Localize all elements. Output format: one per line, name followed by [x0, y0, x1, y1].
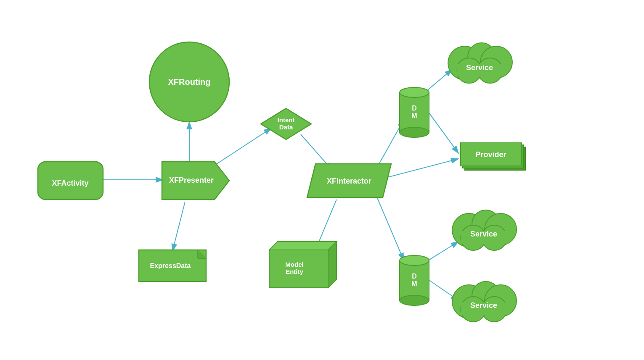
expressdata-label: ExpressData: [150, 262, 191, 269]
service2-node: Service: [452, 210, 517, 250]
model-entity-label2: Entity: [286, 268, 303, 275]
svg-point-30: [400, 127, 429, 137]
svg-point-42: [400, 295, 429, 305]
xfactivity-label: XFActivity: [52, 179, 88, 187]
xfpresenter-node: XFPresenter: [162, 162, 229, 200]
service3-node: Service: [452, 281, 517, 322]
dm2-node: D M: [400, 255, 429, 305]
dm2-label2: M: [411, 280, 417, 287]
xfinteractor-node: XFInteractor: [307, 164, 391, 197]
xfpresenter-label: XFPresenter: [169, 176, 214, 184]
provider-label: Provider: [475, 150, 506, 159]
model-entity-node: Model Entity: [269, 242, 337, 288]
dm1-label2: M: [411, 112, 417, 119]
dm2-label1: D: [412, 273, 417, 280]
xfrouting-node: XFRouting: [149, 42, 229, 122]
service1-label: Service: [466, 63, 493, 72]
xfinteractor-label: XFInteractor: [327, 177, 371, 185]
intent-data-label2: Data: [279, 124, 293, 131]
model-entity-label1: Model: [285, 261, 303, 268]
xfrouting-label: XFRouting: [168, 77, 210, 87]
service2-label: Service: [470, 230, 497, 238]
svg-point-29: [400, 87, 429, 97]
dm1-label1: D: [412, 105, 417, 112]
xfactivity-node: XFActivity: [38, 162, 103, 200]
svg-marker-27: [328, 242, 337, 288]
service1-node: Service: [448, 43, 512, 83]
expressdata-node: ExpressData: [139, 250, 206, 281]
svg-marker-26: [269, 242, 337, 250]
service3-label: Service: [470, 301, 497, 310]
provider-node: Provider: [461, 143, 526, 170]
svg-point-41: [400, 255, 429, 265]
intent-data-label1: Intent: [278, 116, 295, 124]
dm1-node: D M: [400, 87, 429, 137]
diagram-canvas: XFActivity XFRouting XFPresenter Intent …: [0, 0, 644, 360]
